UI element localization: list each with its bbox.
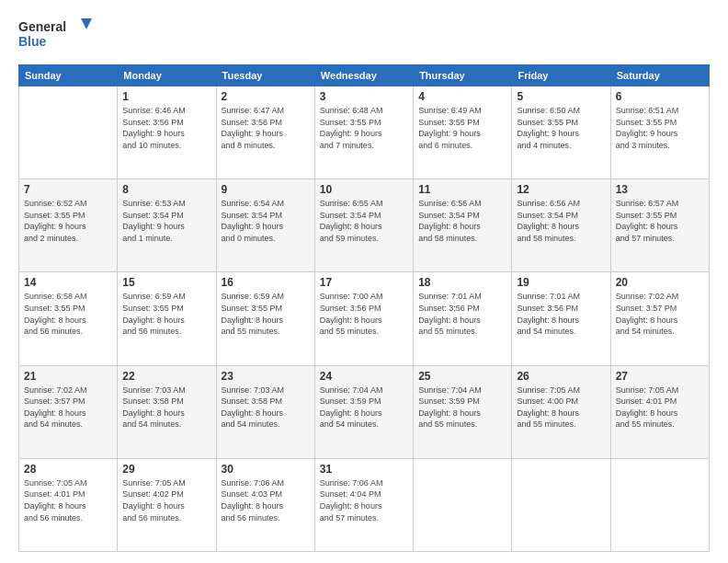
calendar-cell: 5Sunrise: 6:50 AMSunset: 3:55 PMDaylight…	[512, 86, 610, 179]
calendar-cell	[414, 458, 512, 551]
day-number: 7	[24, 183, 112, 196]
day-info: Sunrise: 6:49 AMSunset: 3:55 PMDaylight:…	[418, 105, 506, 151]
day-info: Sunrise: 6:50 AMSunset: 3:55 PMDaylight:…	[517, 105, 605, 151]
calendar-cell: 16Sunrise: 6:59 AMSunset: 3:55 PMDayligh…	[216, 272, 314, 365]
calendar-cell: 21Sunrise: 7:02 AMSunset: 3:57 PMDayligh…	[19, 365, 118, 458]
day-info: Sunrise: 7:05 AMSunset: 4:00 PMDaylight:…	[517, 385, 605, 431]
day-number: 22	[122, 370, 210, 383]
calendar-cell	[512, 458, 610, 551]
calendar-cell: 30Sunrise: 7:06 AMSunset: 4:03 PMDayligh…	[216, 458, 314, 551]
day-info: Sunrise: 7:03 AMSunset: 3:58 PMDaylight:…	[122, 385, 210, 431]
day-number: 31	[320, 463, 408, 476]
day-number: 2	[222, 90, 310, 103]
day-info: Sunrise: 7:01 AMSunset: 3:56 PMDaylight:…	[517, 291, 605, 337]
calendar-week-row: 21Sunrise: 7:02 AMSunset: 3:57 PMDayligh…	[19, 365, 710, 458]
calendar-cell: 18Sunrise: 7:01 AMSunset: 3:56 PMDayligh…	[414, 272, 512, 365]
calendar-header-day: Thursday	[414, 65, 512, 86]
calendar-body: 1Sunrise: 6:46 AMSunset: 3:56 PMDaylight…	[19, 86, 710, 552]
day-info: Sunrise: 6:59 AMSunset: 3:55 PMDaylight:…	[122, 291, 210, 337]
day-info: Sunrise: 6:53 AMSunset: 3:54 PMDaylight:…	[122, 198, 210, 244]
day-info: Sunrise: 7:04 AMSunset: 3:59 PMDaylight:…	[320, 385, 408, 431]
day-number: 29	[122, 463, 210, 476]
svg-text:General: General	[18, 19, 66, 34]
day-info: Sunrise: 7:03 AMSunset: 3:58 PMDaylight:…	[222, 385, 310, 431]
day-info: Sunrise: 7:02 AMSunset: 3:57 PMDaylight:…	[616, 291, 704, 337]
day-number: 14	[24, 276, 112, 289]
calendar-header-day: Wednesday	[314, 65, 413, 86]
calendar-cell: 7Sunrise: 6:52 AMSunset: 3:55 PMDaylight…	[19, 179, 118, 272]
day-number: 20	[616, 276, 704, 289]
calendar-cell: 9Sunrise: 6:54 AMSunset: 3:54 PMDaylight…	[216, 179, 314, 272]
day-info: Sunrise: 6:54 AMSunset: 3:54 PMDaylight:…	[222, 198, 310, 244]
day-number: 23	[222, 370, 310, 383]
calendar-week-row: 1Sunrise: 6:46 AMSunset: 3:56 PMDaylight…	[19, 86, 710, 179]
calendar-header-day: Sunday	[19, 65, 118, 86]
calendar-cell: 13Sunrise: 6:57 AMSunset: 3:55 PMDayligh…	[610, 179, 709, 272]
calendar-cell: 15Sunrise: 6:59 AMSunset: 3:55 PMDayligh…	[118, 272, 216, 365]
calendar-cell: 28Sunrise: 7:05 AMSunset: 4:01 PMDayligh…	[19, 458, 118, 551]
day-info: Sunrise: 6:55 AMSunset: 3:54 PMDaylight:…	[320, 198, 408, 244]
calendar-cell: 2Sunrise: 6:47 AMSunset: 3:56 PMDaylight…	[216, 86, 314, 179]
day-number: 3	[320, 90, 408, 103]
day-number: 27	[616, 370, 704, 383]
calendar-cell: 25Sunrise: 7:04 AMSunset: 3:59 PMDayligh…	[414, 365, 512, 458]
calendar-cell: 17Sunrise: 7:00 AMSunset: 3:56 PMDayligh…	[314, 272, 413, 365]
calendar-cell	[610, 458, 709, 551]
calendar-cell: 29Sunrise: 7:05 AMSunset: 4:02 PMDayligh…	[118, 458, 216, 551]
day-number: 19	[517, 276, 605, 289]
day-number: 15	[122, 276, 210, 289]
day-info: Sunrise: 7:02 AMSunset: 3:57 PMDaylight:…	[24, 385, 112, 431]
calendar-week-row: 28Sunrise: 7:05 AMSunset: 4:01 PMDayligh…	[19, 458, 710, 551]
calendar-week-row: 7Sunrise: 6:52 AMSunset: 3:55 PMDaylight…	[19, 179, 710, 272]
calendar-cell: 26Sunrise: 7:05 AMSunset: 4:00 PMDayligh…	[512, 365, 610, 458]
day-number: 26	[517, 370, 605, 383]
calendar-cell	[19, 86, 118, 179]
calendar-cell: 20Sunrise: 7:02 AMSunset: 3:57 PMDayligh…	[610, 272, 709, 365]
day-info: Sunrise: 6:56 AMSunset: 3:54 PMDaylight:…	[418, 198, 506, 244]
day-number: 21	[24, 370, 112, 383]
calendar-cell: 3Sunrise: 6:48 AMSunset: 3:55 PMDaylight…	[314, 86, 413, 179]
svg-text:Blue: Blue	[18, 34, 47, 49]
calendar-header-row: SundayMondayTuesdayWednesdayThursdayFrid…	[19, 65, 710, 86]
day-number: 9	[222, 183, 310, 196]
calendar-cell: 4Sunrise: 6:49 AMSunset: 3:55 PMDaylight…	[414, 86, 512, 179]
day-info: Sunrise: 6:56 AMSunset: 3:54 PMDaylight:…	[517, 198, 605, 244]
day-info: Sunrise: 6:57 AMSunset: 3:55 PMDaylight:…	[616, 198, 704, 244]
calendar-cell: 23Sunrise: 7:03 AMSunset: 3:58 PMDayligh…	[216, 365, 314, 458]
day-number: 8	[122, 183, 210, 196]
logo-svg: General Blue	[18, 15, 92, 55]
calendar-header-day: Monday	[118, 65, 216, 86]
calendar-cell: 14Sunrise: 6:58 AMSunset: 3:55 PMDayligh…	[19, 272, 118, 365]
day-number: 30	[222, 463, 310, 476]
day-number: 28	[24, 463, 112, 476]
day-info: Sunrise: 7:06 AMSunset: 4:03 PMDaylight:…	[222, 477, 310, 523]
day-info: Sunrise: 6:59 AMSunset: 3:55 PMDaylight:…	[222, 291, 310, 337]
day-number: 10	[320, 183, 408, 196]
calendar-cell: 8Sunrise: 6:53 AMSunset: 3:54 PMDaylight…	[118, 179, 216, 272]
day-number: 25	[418, 370, 506, 383]
day-info: Sunrise: 6:46 AMSunset: 3:56 PMDaylight:…	[122, 105, 210, 151]
day-info: Sunrise: 6:51 AMSunset: 3:55 PMDaylight:…	[616, 105, 704, 151]
calendar-cell: 11Sunrise: 6:56 AMSunset: 3:54 PMDayligh…	[414, 179, 512, 272]
day-number: 5	[517, 90, 605, 103]
day-number: 17	[320, 276, 408, 289]
calendar-table: SundayMondayTuesdayWednesdayThursdayFrid…	[18, 64, 710, 552]
day-number: 18	[418, 276, 506, 289]
day-number: 6	[616, 90, 704, 103]
calendar-cell: 10Sunrise: 6:55 AMSunset: 3:54 PMDayligh…	[314, 179, 413, 272]
day-number: 24	[320, 370, 408, 383]
day-info: Sunrise: 7:01 AMSunset: 3:56 PMDaylight:…	[418, 291, 506, 337]
day-info: Sunrise: 6:47 AMSunset: 3:56 PMDaylight:…	[222, 105, 310, 151]
calendar-week-row: 14Sunrise: 6:58 AMSunset: 3:55 PMDayligh…	[19, 272, 710, 365]
calendar-cell: 1Sunrise: 6:46 AMSunset: 3:56 PMDaylight…	[118, 86, 216, 179]
day-number: 1	[122, 90, 210, 103]
header: General Blue	[18, 15, 710, 55]
calendar-cell: 19Sunrise: 7:01 AMSunset: 3:56 PMDayligh…	[512, 272, 610, 365]
day-number: 11	[418, 183, 506, 196]
calendar-cell: 31Sunrise: 7:06 AMSunset: 4:04 PMDayligh…	[314, 458, 413, 551]
day-info: Sunrise: 6:48 AMSunset: 3:55 PMDaylight:…	[320, 105, 408, 151]
calendar-cell: 22Sunrise: 7:03 AMSunset: 3:58 PMDayligh…	[118, 365, 216, 458]
day-info: Sunrise: 6:58 AMSunset: 3:55 PMDaylight:…	[24, 291, 112, 337]
calendar-header-day: Saturday	[610, 65, 709, 86]
calendar-header-day: Friday	[512, 65, 610, 86]
